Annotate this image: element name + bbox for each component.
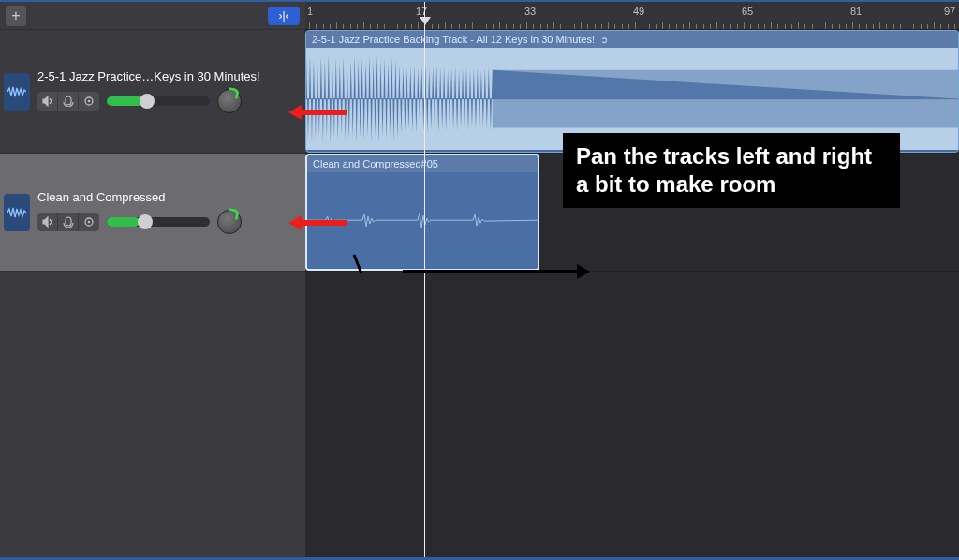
ruler-bar-label: 65 [742, 6, 753, 17]
track-name-label: 2-5-1 Jazz Practice…Keys in 30 Minutes! [37, 69, 300, 83]
volume-thumb[interactable] [138, 214, 153, 229]
volume-fill [107, 96, 143, 106]
audio-track-icon [4, 194, 30, 231]
ruler-bar-label: 17 [416, 6, 427, 17]
svg-marker-12 [288, 215, 302, 230]
track-name-label: Clean and Compressed [37, 190, 300, 204]
input-monitor-button[interactable] [79, 92, 99, 111]
track-header-panel: + ›|‹ 2-5-1 Jazz Practice…Keys in 30 Min… [0, 2, 305, 557]
sidebar-toolbar: + ›|‹ [0, 2, 305, 30]
svg-point-1 [88, 100, 91, 103]
arrow-icon [288, 214, 347, 232]
ruler-bar-label: 49 [633, 6, 644, 17]
track-header[interactable]: Clean and Compressed [0, 154, 305, 272]
split-regions-button[interactable]: ›|‹ [268, 7, 300, 25]
track-header-main: Clean and Compressed [37, 190, 300, 234]
ruler-bar-label: 81 [850, 6, 862, 17]
track-header-main: 2-5-1 Jazz Practice…Keys in 30 Minutes! [37, 69, 300, 113]
arrow-icon [347, 253, 590, 290]
pan-knob[interactable] [217, 89, 242, 113]
svg-marker-10 [288, 105, 302, 120]
svg-marker-8 [577, 264, 590, 279]
timeline-area[interactable]: 1173349658197 2-5-1 Jazz Practice Backin… [305, 2, 959, 557]
loop-icon: ➲ [600, 35, 608, 45]
timeline-ruler[interactable]: 1173349658197 [305, 2, 959, 30]
arrow-icon [288, 103, 347, 122]
mute-button[interactable] [37, 92, 58, 111]
input-monitor-button[interactable] [79, 213, 99, 231]
track-control-group [37, 213, 99, 231]
region-title: 2-5-1 Jazz Practice Backing Track - All … [312, 34, 595, 45]
mute-button[interactable] [37, 213, 58, 231]
solo-button[interactable] [58, 92, 79, 111]
volume-thumb[interactable] [140, 94, 155, 109]
ruler-bar-label: 1 [307, 6, 313, 17]
region-title: Clean and Compressed#05 [313, 158, 438, 169]
volume-fill [107, 217, 140, 227]
track-control-group [37, 92, 99, 111]
region-header: 2-5-1 Jazz Practice Backing Track - All … [306, 31, 958, 48]
volume-slider[interactable] [107, 96, 210, 106]
annotation-text: Pan the tracks left and right a bit to m… [563, 133, 900, 208]
audio-track-icon [4, 73, 30, 111]
svg-point-3 [88, 221, 91, 224]
volume-slider[interactable] [107, 217, 210, 227]
ruler-bar-label: 97 [944, 6, 955, 17]
app-root: + ›|‹ 2-5-1 Jazz Practice…Keys in 30 Min… [0, 0, 959, 560]
add-track-button[interactable]: + [6, 6, 26, 26]
ruler-bar-label: 33 [524, 6, 536, 17]
track-header[interactable]: 2-5-1 Jazz Practice…Keys in 30 Minutes! [0, 30, 305, 154]
pan-knob[interactable] [217, 210, 242, 234]
solo-button[interactable] [58, 213, 79, 231]
region-header: Clean and Compressed#05 [307, 155, 538, 172]
